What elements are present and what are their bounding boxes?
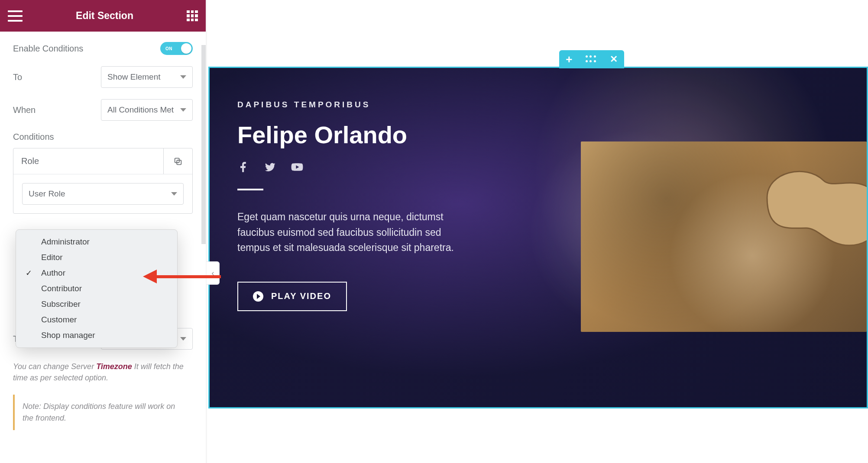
- play-button-label: PLAY VIDEO: [271, 291, 331, 301]
- panel-title: Edit Section: [76, 10, 133, 22]
- chevron-down-icon: [171, 192, 177, 196]
- editor-panel: Edit Section Enable Conditions ON To Sho…: [0, 0, 206, 463]
- dropdown-option[interactable]: Shop manager: [16, 328, 177, 343]
- grip-icon: [586, 55, 597, 63]
- chevron-left-icon: ‹: [212, 269, 214, 278]
- chevron-down-icon: [180, 337, 186, 341]
- note-box: Note: Display conditions feature will wo…: [13, 395, 193, 430]
- dropdown-option[interactable]: Administrator: [16, 234, 177, 250]
- condition-title[interactable]: Role: [13, 148, 164, 174]
- drag-section-handle[interactable]: [586, 55, 597, 63]
- dropdown-option-label: Administrator: [41, 237, 90, 247]
- hero-section[interactable]: DAPIBUS TEMPORIBUS Felipe Orlando Eget q…: [208, 67, 868, 408]
- apps-grid-icon[interactable]: [187, 10, 198, 22]
- copy-icon: [173, 157, 183, 166]
- chevron-down-icon: [180, 75, 186, 79]
- dropdown-option-label: Subscriber: [41, 299, 81, 309]
- hero-divider: [237, 189, 263, 190]
- enable-conditions-row: Enable Conditions ON: [13, 42, 193, 55]
- panel-header: Edit Section: [0, 0, 206, 32]
- to-label: To: [13, 72, 22, 82]
- hero-content: DAPIBUS TEMPORIBUS Felipe Orlando Eget q…: [237, 100, 497, 311]
- menu-icon[interactable]: [8, 10, 23, 22]
- dropdown-option-label: Customer: [41, 315, 77, 325]
- note-box-text: Note: Display conditions feature will wo…: [23, 401, 185, 424]
- collapse-panel-button[interactable]: ‹: [207, 261, 220, 285]
- enable-conditions-toggle[interactable]: ON: [160, 42, 193, 55]
- condition-card: Role User Role: [13, 148, 193, 214]
- timezone-link[interactable]: Timezone: [96, 362, 132, 371]
- toggle-on-text: ON: [165, 46, 172, 51]
- dropdown-option[interactable]: Contributor: [16, 281, 177, 296]
- when-label: When: [13, 105, 36, 115]
- dropdown-option-label: Author: [41, 268, 65, 278]
- to-row: To Show Element: [13, 66, 193, 88]
- dropdown-option[interactable]: Subscriber: [16, 296, 177, 312]
- dropdown-option[interactable]: Customer: [16, 312, 177, 328]
- add-section-button[interactable]: +: [566, 53, 572, 66]
- guitar-silhouette: [741, 146, 867, 250]
- when-row: When All Conditions Met: [13, 99, 193, 121]
- facebook-icon[interactable]: [237, 161, 249, 173]
- youtube-icon[interactable]: [291, 161, 303, 173]
- check-icon: ✓: [26, 268, 32, 278]
- duplicate-condition-button[interactable]: [164, 148, 192, 174]
- dropdown-option[interactable]: Editor: [16, 250, 177, 265]
- user-role-dropdown: AdministratorEditor✓AuthorContributorSub…: [16, 229, 178, 348]
- dropdown-option-label: Contributor: [41, 284, 82, 293]
- user-role-select[interactable]: User Role: [22, 183, 184, 205]
- condition-card-body: User Role: [13, 174, 192, 213]
- conditions-heading: Conditions: [13, 132, 193, 142]
- condition-card-header: Role: [13, 148, 192, 174]
- twitter-icon[interactable]: [264, 161, 276, 173]
- timezone-help-pre: You can change Server: [13, 362, 96, 371]
- enable-conditions-label: Enable Conditions: [13, 44, 83, 54]
- section-toolbar: + ✕: [559, 50, 624, 68]
- to-select[interactable]: Show Element: [101, 66, 193, 88]
- when-select-value: All Conditions Met: [107, 105, 174, 115]
- to-select-value: Show Element: [107, 72, 161, 82]
- dropdown-option-label: Shop manager: [41, 331, 95, 340]
- user-role-select-value: User Role: [29, 189, 65, 199]
- delete-section-button[interactable]: ✕: [610, 54, 618, 65]
- dropdown-option-label: Editor: [41, 253, 63, 262]
- play-video-button[interactable]: PLAY VIDEO: [237, 282, 347, 311]
- play-icon: [253, 291, 263, 302]
- preview-canvas: + ✕ DAPIBUS TEMPORIBUS Felipe Orlando: [208, 0, 868, 463]
- toggle-knob: [181, 43, 191, 54]
- timezone-help-text: You can change Server Timezone It will f…: [13, 361, 193, 383]
- hero-eyebrow: DAPIBUS TEMPORIBUS: [237, 100, 497, 109]
- chevron-down-icon: [180, 108, 186, 112]
- hero-copy: Eget quam nascetur quis urna neque, dict…: [237, 209, 463, 256]
- hero-inset-image: [581, 141, 867, 332]
- hero-title: Felipe Orlando: [237, 121, 497, 149]
- when-select[interactable]: All Conditions Met: [101, 99, 193, 121]
- dropdown-option[interactable]: ✓Author: [16, 265, 177, 281]
- social-links: [237, 161, 497, 173]
